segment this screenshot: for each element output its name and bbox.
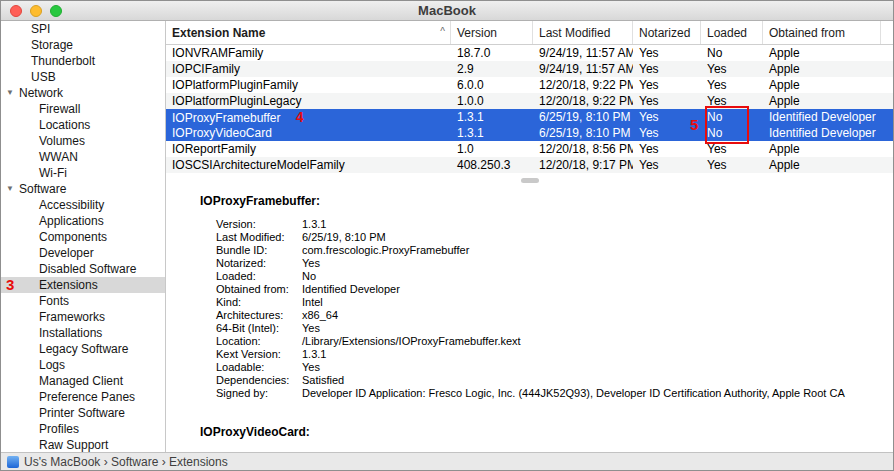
sidebar-item-label: Accessibility [39, 198, 104, 212]
sidebar-item[interactable]: ▼ Developer [1, 245, 165, 261]
sidebar-item[interactable]: ▼ WWAN [1, 149, 165, 165]
cell-loaded: Yes [701, 93, 763, 109]
detail-field: Kext Version: 1.3.1 [216, 348, 885, 361]
field-value: /Library/Extensions/IOProxyFramebuffer.k… [302, 335, 521, 348]
cell-extension-name: IOProxyFramebuffer 4 [166, 109, 451, 125]
extension-name-text: IOReportFamily [172, 142, 256, 156]
column-header-notarized[interactable]: Notarized [633, 21, 701, 44]
detail-field: Loadable: Yes [216, 361, 885, 374]
field-label: Signed by: [216, 387, 302, 400]
sidebar-item[interactable]: ▼ Raw Support [1, 437, 165, 452]
detail-section-title: IOProxyFramebuffer: [200, 195, 885, 208]
sidebar-item-label: Firewall [39, 102, 80, 116]
table-row[interactable]: IOReportFamily 1.0 12/20/18, 8:56 PM Yes… [166, 141, 893, 157]
sidebar-item[interactable]: ▼ Applications [1, 213, 165, 229]
table-row[interactable]: IONVRAMFamily 18.7.0 9/24/19, 11:57 AM Y… [166, 45, 893, 61]
cell-last-modified: 12/20/18, 8:56 PM [533, 141, 633, 157]
column-header-loaded[interactable]: Loaded [701, 21, 763, 44]
sidebar-item[interactable]: ▼ Preference Panes [1, 389, 165, 405]
sidebar-item[interactable]: ▼ Storage [1, 37, 165, 53]
minimize-button[interactable] [30, 5, 42, 17]
sidebar-item[interactable]: ▼ Installations [1, 325, 165, 341]
detail-field: Location: /Library/Extensions/IOProxyFra… [216, 335, 885, 348]
sidebar-item[interactable]: ▼ Firewall [1, 101, 165, 117]
extension-name-text: IONVRAMFamily [172, 46, 263, 60]
sidebar-item[interactable]: ▼ Locations [1, 117, 165, 133]
sidebar-item[interactable]: ▼ SPI [1, 21, 165, 37]
cell-obtained-from: Apple [763, 141, 893, 157]
detail-field: Bundle ID: com.frescologic.ProxyFramebuf… [216, 244, 885, 257]
sidebar-item[interactable]: ▼ Printer Software [1, 405, 165, 421]
cell-notarized: Yes [633, 45, 701, 61]
sidebar-item[interactable]: ▼ Profiles [1, 421, 165, 437]
table-row[interactable]: IOPlatformPluginLegacy 1.0.0 12/20/18, 9… [166, 93, 893, 109]
sidebar-item-label: Managed Client [39, 374, 123, 388]
field-label: Kext Version: [216, 348, 302, 361]
pane-splitter[interactable] [166, 173, 893, 187]
field-value: No [302, 270, 316, 283]
sidebar-item[interactable]: ▼ 3 Extensions [1, 277, 165, 293]
sidebar-item[interactable]: ▼ USB [1, 69, 165, 85]
sidebar-item[interactable]: ▼ Logs [1, 357, 165, 373]
extension-name-text: IOProxyVideoCard [172, 126, 272, 140]
cell-version: 18.7.0 [451, 45, 533, 61]
sidebar-item-label: Logs [39, 358, 65, 372]
window-title: MacBook [418, 3, 476, 18]
detail-field: Version: 1.3.1 [216, 218, 885, 231]
sidebar-item[interactable]: ▼ Fonts [1, 293, 165, 309]
cell-last-modified: 6/25/19, 8:10 PM [533, 109, 633, 125]
cell-last-modified: 6/25/19, 8:10 PM [533, 125, 633, 141]
table-row[interactable]: IOProxyFramebuffer 4 1.3.1 6/25/19, 8:10… [166, 109, 893, 125]
sidebar-item[interactable]: ▼ Frameworks [1, 309, 165, 325]
table-body: IONVRAMFamily 18.7.0 9/24/19, 11:57 AM Y… [166, 45, 893, 173]
sidebar-item-label: Printer Software [39, 406, 125, 420]
column-header-extension-name[interactable]: Extension Name ^ [166, 21, 451, 44]
cell-last-modified: 12/20/18, 9:17 PM [533, 157, 633, 173]
main-pane: Extension Name ^ Version Last Modified N… [166, 21, 893, 452]
system-information-window: MacBook ▼ SPI ▼ Storage ▼ [0, 0, 894, 471]
table-row[interactable]: IOPCIFamily 2.9 9/24/19, 11:57 AM Yes Ye… [166, 61, 893, 77]
extension-name-text: IOPlatformPluginLegacy [172, 94, 301, 108]
extension-name-text: IOSCSIArchitectureModelFamily [172, 158, 345, 172]
table-row[interactable]: IOSCSIArchitectureModelFamily 408.250.3 … [166, 157, 893, 173]
table-row[interactable]: IOPlatformPluginFamily 6.0.0 12/20/18, 9… [166, 77, 893, 93]
sidebar-item[interactable]: ▼ Managed Client [1, 373, 165, 389]
sidebar-item-label: Locations [39, 118, 90, 132]
field-value: Intel [302, 296, 323, 309]
sidebar-item[interactable]: ▼ Volumes [1, 133, 165, 149]
column-header-last-modified[interactable]: Last Modified [533, 21, 633, 44]
cell-extension-name: IOProxyVideoCard [166, 125, 451, 141]
sidebar-item-label: Storage [31, 38, 73, 52]
cell-notarized: Yes [633, 61, 701, 77]
sidebar-item[interactable]: ▼ Network [1, 85, 165, 101]
column-header-version[interactable]: Version [451, 21, 533, 44]
sidebar-item[interactable]: ▼ Software [1, 181, 165, 197]
sidebar-item[interactable]: ▼ Thunderbolt [1, 53, 165, 69]
zoom-button[interactable] [50, 5, 62, 17]
field-label: Version: [216, 218, 302, 231]
column-header-obtained-from[interactable]: Obtained from [763, 21, 881, 44]
detail-field: Loaded: No [216, 270, 885, 283]
column-label: Loaded [707, 26, 747, 40]
cell-obtained-from: Apple [763, 61, 893, 77]
cell-obtained-from: Apple [763, 157, 893, 173]
detail-pane: IOProxyFramebuffer: Version: 1.3.1 Last … [166, 187, 893, 452]
cell-last-modified: 12/20/18, 9:22 PM [533, 93, 633, 109]
sidebar-item-label: Components [39, 230, 107, 244]
cell-loaded: Yes [701, 61, 763, 77]
sidebar-item[interactable]: ▼ Accessibility [1, 197, 165, 213]
disclosure-triangle-icon[interactable]: ▼ [6, 181, 14, 197]
sidebar-item-label: Legacy Software [39, 342, 128, 356]
close-button[interactable] [10, 5, 22, 17]
cell-last-modified: 12/20/18, 9:22 PM [533, 77, 633, 93]
field-label: Last Modified: [216, 231, 302, 244]
extension-name-text: IOPlatformPluginFamily [172, 78, 298, 92]
sidebar: ▼ SPI ▼ Storage ▼ Thunderbolt ▼ [1, 21, 166, 452]
sidebar-item[interactable]: ▼ Components [1, 229, 165, 245]
sidebar-item-label: Profiles [39, 422, 79, 436]
sidebar-item[interactable]: ▼ Legacy Software [1, 341, 165, 357]
sidebar-item[interactable]: ▼ Wi-Fi [1, 165, 165, 181]
sidebar-item[interactable]: ▼ Disabled Software [1, 261, 165, 277]
disclosure-triangle-icon[interactable]: ▼ [6, 85, 14, 101]
table-row[interactable]: IOProxyVideoCard 1.3.1 6/25/19, 8:10 PM … [166, 125, 893, 141]
